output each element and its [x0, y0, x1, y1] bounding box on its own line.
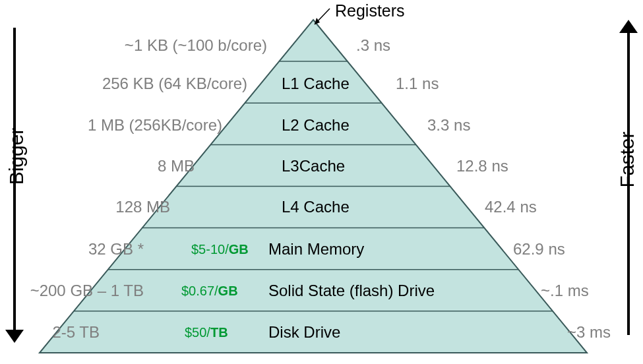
layer-size: 8 MB	[158, 157, 195, 175]
layer-speed: ~3 ms	[567, 323, 611, 342]
layer-size: 2-5 TB	[52, 323, 100, 342]
layer-name: L4 Cache	[282, 198, 350, 216]
registers-label: Registers	[335, 1, 405, 20]
layer-price: $0.67/GB	[181, 284, 238, 299]
layer-speed: 62.9 ns	[513, 240, 565, 258]
layer-size: ~200 GB – 1 TB	[30, 282, 144, 300]
layer-name: Disk Drive	[268, 323, 340, 342]
layer-name: Main Memory	[268, 240, 364, 258]
arrow-up-icon	[619, 20, 638, 33]
layer-name: Solid State (flash) Drive	[268, 282, 435, 300]
right-axis-label: Faster	[615, 131, 638, 187]
layer-size: 128 MB	[115, 198, 170, 216]
layer-name: L1 Cache	[282, 75, 350, 93]
memory-hierarchy-diagram: Bigger Faster Registers ~1 KB (~100 b/co…	[0, 0, 643, 364]
layer-name: L3Cache	[282, 157, 345, 175]
layer-speed: ~.1 ms	[541, 282, 589, 300]
layer-speed: 3.3 ns	[427, 116, 470, 135]
layer-price: $50/TB	[185, 325, 228, 340]
layer-name: L2 Cache	[282, 116, 350, 135]
layer-speed: .3 ns	[356, 36, 390, 55]
pyramid-shape	[0, 0, 643, 364]
layer-speed: 1.1 ns	[396, 75, 439, 93]
left-axis-label: Bigger	[5, 128, 28, 185]
layer-size: ~1 KB (~100 b/core)	[125, 36, 267, 55]
callout-arrow-icon	[307, 7, 333, 33]
svg-marker-9	[315, 18, 320, 24]
layer-size: 32 GB *	[88, 240, 144, 258]
layer-speed: 42.4 ns	[485, 198, 537, 216]
layer-price: $5-10/GB	[191, 242, 249, 257]
layer-speed: 12.8 ns	[456, 157, 508, 175]
arrow-down-icon	[5, 330, 24, 343]
layer-size: 256 KB (64 KB/core)	[102, 75, 247, 93]
layer-size: 1 MB (256KB/core)	[88, 116, 222, 135]
